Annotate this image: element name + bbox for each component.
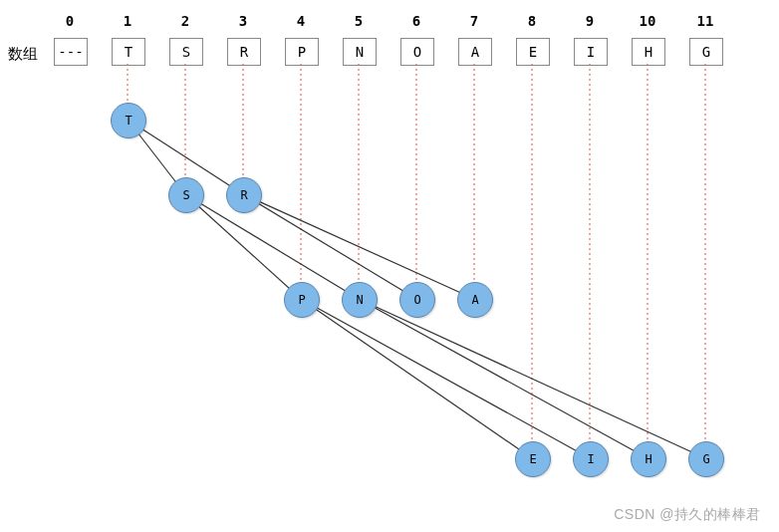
array-label: 数组 (8, 45, 38, 64)
index-label: 8 (517, 13, 547, 29)
index-label: 5 (344, 13, 374, 29)
array-cell: P (285, 38, 319, 66)
index-label: 2 (170, 13, 200, 29)
index-label: 3 (228, 13, 258, 29)
svg-line-15 (243, 194, 416, 299)
index-label: 0 (55, 13, 85, 29)
diagram-stage: { "array_label": "数组", "indices": ["0","… (0, 0, 779, 532)
array-cell: G (689, 38, 723, 66)
array-cell: R (227, 38, 261, 66)
array-cell: T (112, 38, 145, 66)
svg-line-18 (301, 299, 590, 458)
heap-node: S (168, 177, 204, 213)
heap-node: N (342, 282, 378, 318)
array-cell: E (516, 38, 550, 66)
heap-node: G (688, 441, 724, 477)
heap-node: I (573, 441, 609, 477)
array-cell: I (574, 38, 608, 66)
index-label: 9 (575, 13, 605, 29)
index-label: 4 (286, 13, 316, 29)
heap-node: R (226, 177, 262, 213)
heap-node: T (111, 103, 146, 138)
index-label: 11 (690, 13, 720, 29)
index-label: 7 (459, 13, 489, 29)
svg-line-17 (301, 299, 532, 458)
array-cell: S (169, 38, 203, 66)
array-cell: O (400, 38, 434, 66)
svg-line-19 (359, 299, 648, 458)
svg-line-14 (185, 194, 359, 299)
index-label: 1 (113, 13, 142, 29)
array-cell: A (458, 38, 492, 66)
array-cell: H (632, 38, 665, 66)
array-cell: --- (54, 38, 88, 66)
heap-node: P (284, 282, 320, 318)
heap-node: A (457, 282, 493, 318)
index-label: 10 (633, 13, 662, 29)
heap-node: O (399, 282, 435, 318)
index-label: 6 (401, 13, 431, 29)
watermark: CSDN @持久的棒棒君 (614, 506, 761, 524)
heap-node: H (631, 441, 666, 477)
heap-node: E (515, 441, 551, 477)
array-cell: N (343, 38, 377, 66)
